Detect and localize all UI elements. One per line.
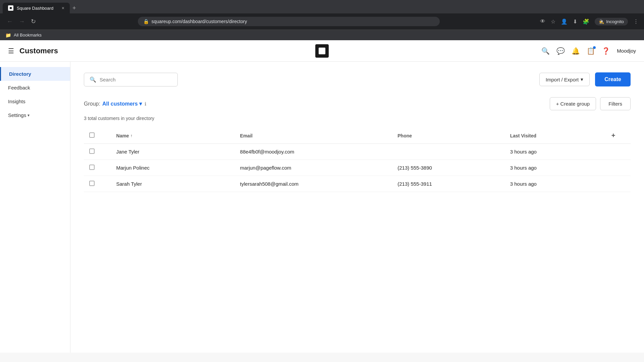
row-name-cell: Jane Tyler bbox=[111, 144, 235, 160]
th-name: Name ↑ bbox=[111, 128, 235, 144]
create-button[interactable]: Create bbox=[595, 72, 631, 86]
row-phone-cell: (213) 555-3890 bbox=[392, 160, 504, 176]
search-box[interactable]: 🔍 bbox=[84, 73, 178, 86]
table-row[interactable]: Jane Tyler 88e4fb0f@moodjoy.com 3 hours … bbox=[84, 144, 631, 160]
customer-name-link-0[interactable]: Jane Tyler bbox=[116, 149, 140, 155]
star-icon[interactable]: ☆ bbox=[551, 18, 555, 25]
app-logo[interactable] bbox=[315, 44, 329, 58]
incognito-label: Incognito bbox=[606, 19, 624, 24]
square-logo bbox=[315, 44, 329, 58]
bookmarks-folder-icon: 📁 bbox=[5, 33, 11, 38]
tab-title: Square Dashboard bbox=[17, 6, 58, 11]
more-icon[interactable]: ⋮ bbox=[633, 18, 639, 25]
customers-table: Name ↑ Email Phone Last Visited + bbox=[84, 128, 631, 192]
group-info-icon[interactable]: ℹ bbox=[145, 101, 146, 107]
help-icon[interactable]: ❓ bbox=[602, 47, 610, 55]
header-left: ☰ Customers bbox=[8, 47, 58, 55]
search-input[interactable] bbox=[100, 77, 172, 82]
app-container: ☰ Customers 🔍 💬 🔔 📋 ❓ Moodjoy Directory bbox=[0, 40, 644, 353]
browser-nav-icons: 👁 ☆ 👤 ⬇ 🧩 🕵 Incognito ⋮ bbox=[540, 18, 639, 25]
customer-name-link-1[interactable]: Marjun Polinec bbox=[116, 165, 150, 171]
row-checkbox-1[interactable] bbox=[89, 165, 95, 170]
forward-button[interactable]: → bbox=[17, 17, 26, 26]
sidebar: Directory Feedback Insights Settings ▾ bbox=[0, 62, 70, 353]
customer-count: 3 total customers in your directory bbox=[84, 116, 631, 121]
tab-close-button[interactable]: × bbox=[62, 5, 64, 11]
add-column-icon[interactable]: + bbox=[611, 132, 615, 139]
row-extra-cell bbox=[606, 176, 631, 192]
bell-icon[interactable]: 🔔 bbox=[572, 47, 580, 55]
all-bookmarks-link[interactable]: All Bookmarks bbox=[14, 33, 42, 38]
incognito-badge: 🕵 Incognito bbox=[595, 18, 628, 25]
settings-chevron-icon: ▾ bbox=[28, 113, 30, 118]
active-tab[interactable]: Square Dashboard × bbox=[3, 3, 70, 13]
sort-ascending-icon: ↑ bbox=[130, 133, 132, 138]
message-icon[interactable]: 💬 bbox=[556, 47, 565, 55]
th-checkbox bbox=[84, 128, 111, 144]
user-name[interactable]: Moodjoy bbox=[617, 48, 636, 54]
row-last-visited-cell: 3 hours ago bbox=[505, 160, 606, 176]
create-group-button[interactable]: + Create group bbox=[550, 97, 596, 110]
content-wrapper: Directory Feedback Insights Settings ▾ 🔍 bbox=[0, 62, 644, 353]
table-row[interactable]: Sarah Tyler tylersarah508@gmail.com (213… bbox=[84, 176, 631, 192]
tab-bar: Square Dashboard × + bbox=[0, 0, 644, 13]
new-tab-button[interactable]: + bbox=[72, 5, 76, 12]
row-checkbox-cell bbox=[84, 176, 111, 192]
row-last-visited-cell: 3 hours ago bbox=[505, 144, 606, 160]
th-last-visited: Last Visited bbox=[505, 128, 606, 144]
row-checkbox-2[interactable] bbox=[89, 181, 95, 186]
nav-bar: ← → ↻ 🔒 squareup.com/dashboard/customers… bbox=[0, 13, 644, 29]
address-text: squareup.com/dashboard/customers/directo… bbox=[152, 19, 247, 24]
group-selector[interactable]: All customers ▾ bbox=[102, 101, 142, 107]
import-export-label: Import / Export bbox=[546, 77, 579, 82]
select-all-checkbox[interactable] bbox=[89, 132, 95, 138]
th-email: Email bbox=[235, 128, 392, 144]
row-checkbox-cell bbox=[84, 144, 111, 160]
sidebar-item-settings[interactable]: Settings ▾ bbox=[0, 108, 70, 122]
sidebar-item-directory[interactable]: Directory bbox=[0, 67, 70, 81]
profile-icon[interactable]: 👤 bbox=[561, 18, 568, 25]
hamburger-icon[interactable]: ☰ bbox=[8, 47, 14, 55]
address-bar[interactable]: 🔒 squareup.com/dashboard/customers/direc… bbox=[138, 17, 440, 26]
top-actions: 🔍 Import / Export ▾ Create bbox=[84, 72, 631, 86]
extensions-icon[interactable]: 🧩 bbox=[583, 18, 589, 25]
import-export-button[interactable]: Import / Export ▾ bbox=[539, 73, 590, 86]
th-phone: Phone bbox=[392, 128, 504, 144]
sidebar-label-feedback: Feedback bbox=[8, 85, 30, 90]
customer-name-link-2[interactable]: Sarah Tyler bbox=[116, 181, 142, 187]
row-email-cell: 88e4fb0f@moodjoy.com bbox=[235, 144, 392, 160]
row-last-visited-cell: 3 hours ago bbox=[505, 176, 606, 192]
sidebar-item-feedback[interactable]: Feedback bbox=[0, 81, 70, 95]
refresh-button[interactable]: ↻ bbox=[30, 16, 37, 26]
search-icon[interactable]: 🔍 bbox=[541, 47, 550, 55]
eye-slash-icon[interactable]: 👁 bbox=[540, 18, 545, 24]
group-bar: Group: All customers ▾ ℹ + Create group … bbox=[84, 97, 631, 110]
notification-dot bbox=[593, 46, 596, 49]
row-checkbox-0[interactable] bbox=[89, 148, 95, 154]
row-checkbox-cell bbox=[84, 160, 111, 176]
group-actions: + Create group Filters bbox=[550, 97, 631, 110]
app-header: ☰ Customers 🔍 💬 🔔 📋 ❓ Moodjoy bbox=[0, 40, 644, 62]
table-row[interactable]: Marjun Polinec marjun@pageflow.com (213)… bbox=[84, 160, 631, 176]
table-body: Jane Tyler 88e4fb0f@moodjoy.com 3 hours … bbox=[84, 144, 631, 192]
search-icon: 🔍 bbox=[90, 76, 96, 83]
sidebar-item-insights[interactable]: Insights bbox=[0, 95, 70, 108]
page-title: Customers bbox=[19, 47, 58, 55]
name-sort-button[interactable]: Name ↑ bbox=[116, 133, 229, 138]
incognito-icon: 🕵 bbox=[599, 19, 604, 24]
download-icon[interactable]: ⬇ bbox=[573, 18, 577, 25]
row-extra-cell bbox=[606, 160, 631, 176]
row-name-cell: Marjun Polinec bbox=[111, 160, 235, 176]
group-chevron-icon: ▾ bbox=[139, 101, 142, 107]
main-content: 🔍 Import / Export ▾ Create Group: All cu… bbox=[70, 62, 644, 353]
browser-chrome: Square Dashboard × + ← → ↻ 🔒 squareup.co… bbox=[0, 0, 644, 40]
row-email-cell: tylersarah508@gmail.com bbox=[235, 176, 392, 192]
square-logo-inner bbox=[319, 48, 325, 54]
import-export-chevron-icon: ▾ bbox=[581, 76, 583, 82]
clipboard-icon[interactable]: 📋 bbox=[587, 47, 595, 55]
sidebar-label-settings: Settings bbox=[8, 112, 26, 118]
filters-button[interactable]: Filters bbox=[600, 97, 631, 110]
sidebar-label-insights: Insights bbox=[8, 99, 25, 104]
back-button[interactable]: ← bbox=[5, 17, 14, 26]
row-phone-cell: (213) 555-3911 bbox=[392, 176, 504, 192]
